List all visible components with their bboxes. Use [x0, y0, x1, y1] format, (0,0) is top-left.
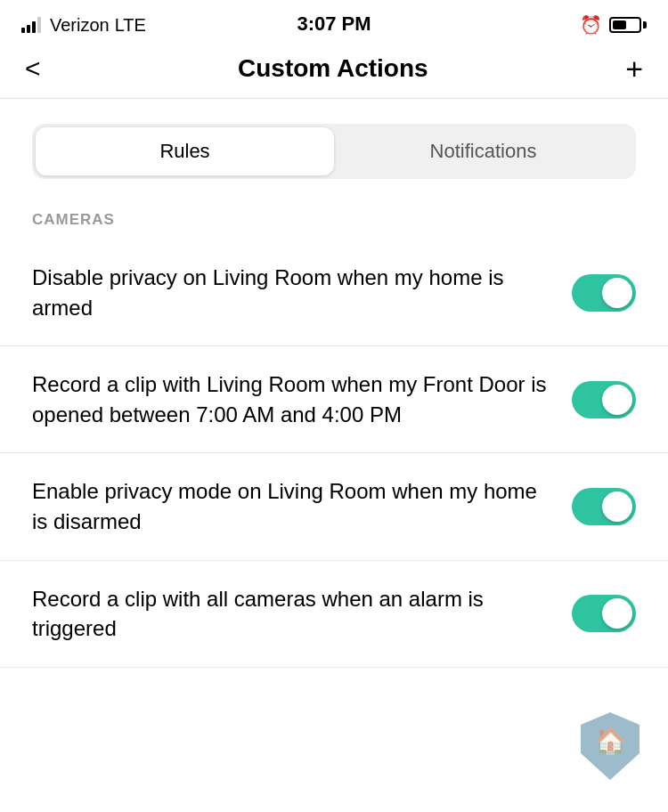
- rule4-toggle-thumb: [602, 598, 632, 629]
- tabs-container: Rules Notifications: [0, 99, 668, 197]
- shield-watermark-icon: 🏠: [579, 710, 641, 782]
- rule4-toggle-track: [572, 595, 636, 632]
- rule3-text: Enable privacy mode on Living Room when …: [32, 476, 572, 536]
- bar4: [37, 17, 41, 33]
- status-left: Verizon LTE: [21, 15, 146, 36]
- rule2-text: Record a clip with Living Room when my F…: [32, 369, 572, 429]
- rule3-toggle-track: [572, 488, 636, 525]
- watermark: 🏠: [579, 710, 641, 785]
- cameras-section-header: CAMERAS: [0, 197, 668, 240]
- status-time: 3:07 PM: [297, 12, 371, 36]
- list-item[interactable]: Disable privacy on Living Room when my h…: [0, 240, 668, 346]
- list-item[interactable]: Record a clip with Living Room when my F…: [0, 346, 668, 453]
- bar2: [27, 25, 30, 33]
- signal-bars-icon: [21, 17, 41, 33]
- bar3: [32, 21, 36, 33]
- rule1-toggle-thumb: [602, 278, 632, 308]
- rule3-toggle[interactable]: [572, 488, 636, 525]
- list-item[interactable]: Enable privacy mode on Living Room when …: [0, 453, 668, 560]
- back-button[interactable]: <: [25, 55, 41, 82]
- nav-bar: < Custom Actions +: [0, 45, 668, 99]
- tab-notifications[interactable]: Notifications: [334, 127, 632, 175]
- rule3-toggle-thumb: [602, 491, 632, 522]
- rule1-text: Disable privacy on Living Room when my h…: [32, 263, 572, 322]
- carrier-label: Verizon: [50, 15, 110, 36]
- svg-text:🏠: 🏠: [595, 727, 626, 756]
- cameras-section: CAMERAS Disable privacy on Living Room w…: [0, 197, 668, 668]
- rule4-text: Record a clip with all cameras when an a…: [32, 584, 572, 644]
- rule2-toggle[interactable]: [572, 381, 636, 418]
- rule2-toggle-track: [572, 381, 636, 418]
- status-right: ⏰: [580, 14, 647, 36]
- rule1-toggle-track: [572, 274, 636, 312]
- battery-tip: [643, 21, 647, 28]
- rule4-toggle[interactable]: [572, 595, 636, 632]
- rule2-toggle-thumb: [602, 385, 632, 415]
- rule1-toggle[interactable]: [572, 274, 636, 312]
- battery-body: [609, 17, 641, 33]
- page-title: Custom Actions: [238, 54, 428, 83]
- battery-fill: [613, 20, 626, 29]
- bar1: [21, 28, 25, 33]
- list-item[interactable]: Record a clip with all cameras when an a…: [0, 561, 668, 668]
- alarm-icon: ⏰: [580, 14, 602, 36]
- add-button[interactable]: +: [625, 53, 643, 84]
- battery-indicator: [609, 17, 647, 33]
- tabs-wrapper: Rules Notifications: [32, 124, 636, 179]
- network-label: LTE: [115, 15, 146, 36]
- status-bar: Verizon LTE 3:07 PM ⏰: [0, 0, 668, 45]
- tab-rules[interactable]: Rules: [36, 127, 334, 175]
